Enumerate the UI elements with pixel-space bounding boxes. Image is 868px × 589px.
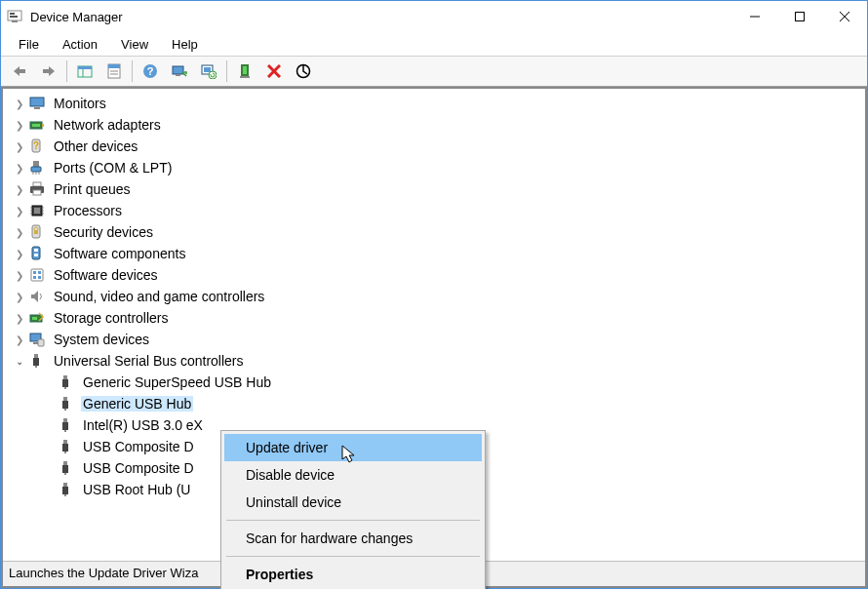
svg-rect-70 [33,358,39,366]
expand-icon[interactable]: ❯ [13,270,26,281]
svg-rect-74 [64,387,66,389]
svg-rect-69 [34,354,38,358]
tree-item-label: USB Composite D [81,439,196,454]
tree-item-label: Software components [52,246,187,261]
svg-rect-25 [243,66,247,74]
toolbar: ? [1,56,867,87]
tree-item-software-devices[interactable]: ❯ Software devices [3,264,865,286]
tree-item-processors[interactable]: ❯ Processors [3,200,865,221]
tree-item-generic-usb-hub[interactable]: Generic USB Hub [3,393,865,414]
menubar: File Action View Help [1,32,867,56]
expand-icon[interactable]: ❯ [13,98,26,109]
collapse-icon[interactable]: ⌄ [13,356,26,367]
uninstall-device-button[interactable] [260,59,288,84]
svg-rect-46 [34,208,40,214]
tree-item-label: System devices [52,332,151,347]
svg-rect-65 [32,317,37,320]
menu-view[interactable]: View [111,35,158,54]
svg-rect-86 [64,473,66,475]
minimize-button[interactable] [732,1,777,32]
svg-rect-67 [33,342,38,344]
expand-icon[interactable]: ❯ [13,206,26,216]
system-device-icon [28,331,46,348]
menu-action[interactable]: Action [53,35,107,54]
tree-item-storage-controllers[interactable]: ❯ Storage controllers [3,307,865,329]
usb-icon [58,438,75,455]
expand-icon[interactable]: ❯ [13,313,26,324]
svg-rect-33 [42,124,44,127]
expand-icon[interactable]: ❯ [13,334,26,345]
network-adapter-icon [28,116,46,134]
svg-rect-75 [63,397,67,401]
expand-icon[interactable]: ❯ [13,184,26,195]
context-menu-separator [226,556,480,557]
tree-item-usb-controllers[interactable]: ⌄ Universal Serial Bus controllers [3,350,865,372]
svg-rect-85 [62,465,68,473]
context-menu-scan-hardware[interactable]: Scan for hardware changes [224,525,482,552]
toolbar-separator [132,60,133,82]
tree-item-label: Ports (COM & LPT) [52,160,174,176]
tree-item-usb-superspeed[interactable]: Generic SuperSpeed USB Hub [3,372,865,393]
maximize-button[interactable] [777,1,822,32]
context-menu-separator [226,520,480,521]
svg-rect-82 [62,444,68,452]
help-button[interactable]: ? [137,59,164,84]
expand-icon[interactable]: ❯ [13,163,26,174]
forward-button[interactable] [35,59,62,84]
svg-rect-22 [204,67,211,72]
tree-item-label: Intel(R) USB 3.0 eX [81,417,205,433]
tree-item-software-components[interactable]: ❯ Software components [3,243,865,264]
tree-item-print-queues[interactable]: ❯ Print queues [3,178,865,200]
context-menu-uninstall-device[interactable]: Uninstall device [224,489,482,516]
context-menu-update-driver[interactable]: Update driver [224,434,482,461]
svg-rect-78 [63,418,67,422]
svg-rect-87 [63,483,67,487]
svg-rect-61 [38,271,41,274]
svg-rect-58 [34,254,38,256]
update-driver-button[interactable] [195,59,222,84]
svg-rect-84 [63,461,67,465]
tree-item-ports[interactable]: ❯ Ports (COM & LPT) [3,157,865,178]
svg-rect-30 [30,98,44,106]
svg-rect-1 [10,13,15,15]
svg-rect-77 [64,409,66,411]
tree-item-sound[interactable]: ❯ Sound, video and game controllers [3,286,865,307]
statusbar-text: Launches the Update Driver Wiza [9,566,198,580]
close-button[interactable] [822,1,867,32]
tree-item-system-devices[interactable]: ❯ System devices [3,329,865,350]
menu-help[interactable]: Help [162,35,208,54]
svg-rect-80 [64,430,66,432]
svg-rect-42 [33,182,41,186]
tree-item-label: USB Composite D [81,460,196,476]
svg-rect-44 [33,190,41,195]
expand-icon[interactable]: ❯ [13,227,26,238]
enable-device-button[interactable] [231,59,258,84]
context-menu-properties[interactable]: Properties [224,561,482,588]
show-hide-tree-button[interactable] [71,59,99,84]
tree-item-security-devices[interactable]: ❯ Security devices [3,221,865,243]
tree-item-other-devices[interactable]: ❯ ? Other devices [3,136,865,157]
back-button[interactable] [6,59,33,84]
menu-file[interactable]: File [9,35,49,54]
printer-icon [28,180,46,198]
usb-icon [58,395,75,412]
svg-rect-34 [32,124,40,127]
svg-point-23 [209,71,217,79]
disable-device-button[interactable] [290,59,317,84]
app-icon [7,9,22,24]
expand-icon[interactable]: ❯ [13,120,26,131]
tree-item-network-adapters[interactable]: ❯ Network adapters [3,114,865,136]
svg-rect-14 [108,64,120,68]
tree-item-label: Sound, video and game controllers [52,289,266,304]
context-menu-disable-device[interactable]: Disable device [224,461,482,489]
tree-item-monitors[interactable]: ❯ Monitors [3,93,865,114]
svg-rect-55 [34,230,38,234]
expand-icon[interactable]: ❯ [13,292,26,302]
tree-item-label: USB Root Hub (U [81,482,192,497]
svg-rect-19 [173,66,183,74]
scan-hardware-button[interactable] [166,59,193,84]
expand-icon[interactable]: ❯ [13,141,26,152]
expand-icon[interactable]: ❯ [13,249,26,259]
properties-button[interactable] [100,59,128,84]
tree-item-label: Monitors [52,96,108,111]
